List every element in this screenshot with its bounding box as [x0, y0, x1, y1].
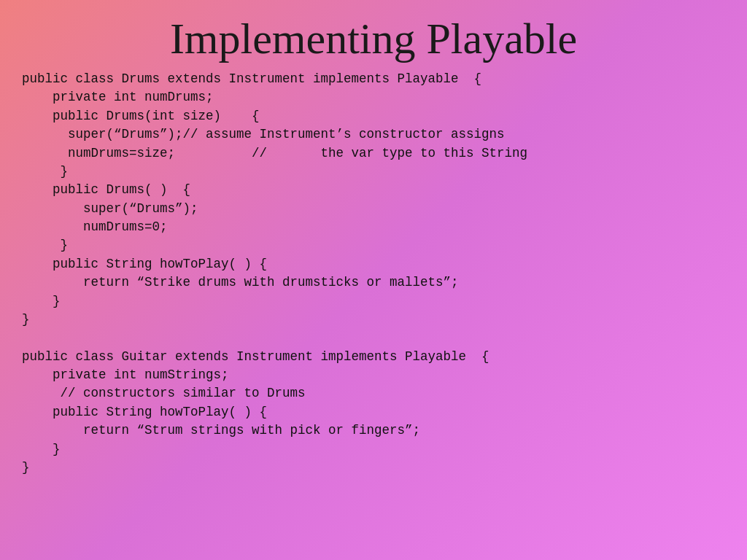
slide-container: Implementing Playable public class Drums… [0, 0, 747, 560]
slide-title: Implementing Playable [22, 15, 725, 63]
code-block: public class Drums extends Instrument im… [22, 70, 725, 545]
